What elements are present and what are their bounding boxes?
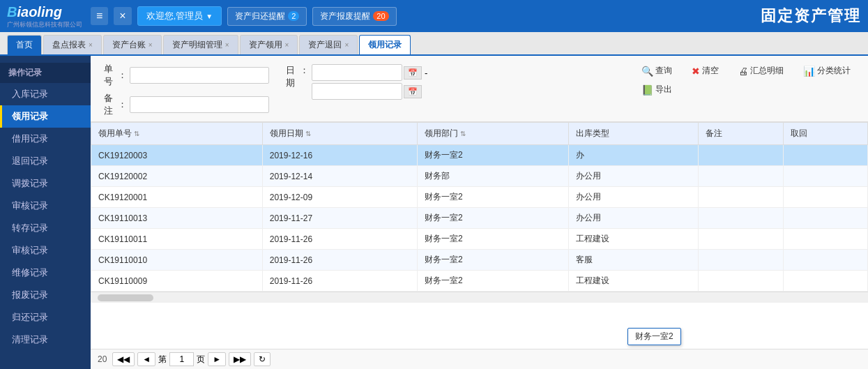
cell-4	[699, 250, 783, 271]
sidebar-item-audit2[interactable]: 审核记录	[0, 239, 91, 262]
sidebar-item-audit1[interactable]: 审核记录	[0, 195, 91, 217]
cell-3: 客服	[568, 250, 698, 271]
classify-label: 分类统计	[817, 65, 851, 77]
sidebar-item-save[interactable]: 转存记录	[0, 217, 91, 239]
search-button[interactable]: 🔍 查询	[634, 63, 679, 79]
cell-4	[699, 208, 783, 229]
order-no-input[interactable]	[130, 67, 269, 84]
h-scroll-thumb[interactable]	[98, 294, 153, 301]
collapse-button[interactable]: ≡	[91, 7, 108, 25]
cell-4	[699, 187, 783, 208]
action-row1: 🔍 查询 ✖ 清空 🖨 汇总明细 📊 分类	[634, 63, 858, 79]
main-layout: 操作记录 入库记录 领用记录 借用记录 退回记录 调拨记录 审核记录 转存记录	[0, 56, 868, 369]
pagination: 20 ◀◀ ◄ 第 页 ► ▶▶ ↻	[91, 349, 868, 369]
sidebar-item-transfer[interactable]: 调拨记录	[0, 172, 91, 195]
export-button[interactable]: 📗 导出	[634, 82, 679, 98]
next-page-button[interactable]: ►	[208, 352, 226, 366]
last-page-button[interactable]: ▶▶	[229, 352, 251, 366]
tab-return-close[interactable]: ×	[344, 41, 349, 49]
sidebar-item-restore[interactable]: 归还记录	[0, 306, 91, 329]
refresh-button[interactable]: ↻	[254, 352, 271, 366]
tab-claim-record[interactable]: 领用记录	[359, 35, 411, 54]
table-row[interactable]: CK191200032019-12-16财务一室2办	[91, 145, 868, 166]
tab-assets-close[interactable]: ×	[149, 41, 153, 49]
tab-claim-close[interactable]: ×	[285, 41, 289, 49]
date-inputs: 📅 - 📅	[312, 64, 429, 100]
cell-2: 财务一室2	[418, 250, 569, 271]
cell-1: 2019-11-26	[262, 229, 417, 250]
tab-inventory[interactable]: 盘点报表 ×	[43, 35, 102, 54]
col-date: 领用日期 ⇅	[262, 123, 417, 145]
sidebar-item-inbound[interactable]: 入库记录	[0, 83, 91, 105]
sidebar-item-claim[interactable]: 领用记录	[0, 105, 91, 128]
cell-1: 2019-11-26	[262, 271, 417, 292]
tab-return[interactable]: 资产退回 ×	[299, 35, 358, 54]
sort-dept[interactable]: ⇅	[460, 130, 466, 137]
sidebar-item-clean[interactable]: 清理记录	[0, 329, 91, 351]
prev-page-button[interactable]: ◄	[137, 352, 155, 366]
tab-detail[interactable]: 资产明细管理 ×	[163, 35, 238, 54]
tab-detail-label: 资产明细管理	[172, 39, 222, 51]
date-from-input[interactable]	[312, 64, 402, 81]
table-row[interactable]: CK191200012019-12-09财务一室2办公用	[91, 187, 868, 208]
table-area: 领用单号 ⇅ 领用日期 ⇅ 领用部门 ⇅ 出库类型	[91, 122, 868, 349]
cell-4	[699, 271, 783, 292]
cell-2: 财务一室2	[418, 208, 569, 229]
page-count: 20	[98, 354, 107, 364]
cell-2: 财务一室2	[418, 145, 569, 166]
cell-5	[783, 250, 867, 271]
summary-label: 汇总明细	[750, 65, 784, 77]
sidebar: 操作记录 入库记录 领用记录 借用记录 退回记录 调拨记录 审核记录 转存记录	[0, 56, 91, 369]
tab-home[interactable]: 首页	[7, 35, 42, 54]
sidebar-group-title: 操作记录	[0, 63, 91, 83]
note-input[interactable]	[130, 96, 269, 113]
cell-1: 2019-11-27	[262, 208, 417, 229]
table-row[interactable]: CK191100112019-11-26财务一室2工程建设	[91, 229, 868, 250]
date-to-picker[interactable]: 📅	[404, 85, 422, 98]
first-page-button[interactable]: ◀◀	[112, 352, 135, 366]
return-alert[interactable]: 资产归还提醒 2	[227, 7, 307, 26]
table-row[interactable]: CK191100132019-11-27财务一室2办公用	[91, 208, 868, 229]
cell-1: 2019-11-26	[262, 250, 417, 271]
table-row[interactable]: CK191100092019-11-26财务一室2工程建设	[91, 271, 868, 292]
tab-claim[interactable]: 资产领用 ×	[240, 35, 298, 54]
col-type: 出库类型	[568, 123, 698, 145]
cell-2: 财务一室2	[418, 229, 569, 250]
summary-icon: 🖨	[738, 66, 748, 77]
scrap-alert[interactable]: 资产报废提醒 20	[312, 7, 396, 26]
tab-claim-record-label: 领用记录	[368, 39, 402, 51]
table-row[interactable]: CK191100102019-11-26财务一室2客服	[91, 250, 868, 271]
tab-return-label: 资产退回	[308, 39, 342, 51]
close-button[interactable]: ×	[114, 7, 131, 25]
cell-0: CK19110009	[91, 271, 263, 292]
table-row[interactable]: CK191200022019-12-14财务部办公用	[91, 166, 868, 187]
h-scrollbar[interactable]	[91, 292, 868, 303]
cell-5	[783, 208, 867, 229]
col-note: 备注	[699, 123, 783, 145]
clear-icon: ✖	[692, 66, 700, 77]
clear-button[interactable]: ✖ 清空	[685, 63, 726, 79]
page-input[interactable]	[169, 352, 194, 366]
date-from-picker[interactable]: 📅	[404, 66, 422, 80]
tab-detail-close[interactable]: ×	[225, 41, 229, 49]
return-alert-text: 资产归还提醒	[235, 10, 285, 22]
tab-assets[interactable]: 资产台账 ×	[103, 35, 162, 54]
sidebar-item-repair[interactable]: 维修记录	[0, 262, 91, 284]
clear-label: 清空	[702, 65, 719, 77]
tab-inventory-close[interactable]: ×	[89, 41, 93, 49]
cell-5	[783, 271, 867, 292]
search-icon: 🔍	[641, 66, 653, 77]
welcome-dropdown[interactable]: 欢迎您,管理员 ▼	[137, 6, 222, 26]
cell-3: 工程建设	[568, 229, 698, 250]
date-to-input[interactable]	[312, 83, 402, 100]
sort-order-no[interactable]: ⇅	[134, 130, 139, 137]
sidebar-section-records: 操作记录 入库记录 领用记录 借用记录 退回记录 调拨记录 审核记录 转存记录	[0, 59, 91, 355]
cell-2: 财务一室2	[418, 187, 569, 208]
sidebar-item-borrow[interactable]: 借用记录	[0, 128, 91, 150]
summary-button[interactable]: 🖨 汇总明细	[731, 63, 791, 79]
sidebar-item-return[interactable]: 退回记录	[0, 150, 91, 172]
sidebar-item-scrap[interactable]: 报废记录	[0, 284, 91, 306]
records-table: 领用单号 ⇅ 领用日期 ⇅ 领用部门 ⇅ 出库类型	[91, 122, 868, 292]
sort-date[interactable]: ⇅	[305, 130, 311, 137]
classify-button[interactable]: 📊 分类统计	[796, 63, 858, 79]
